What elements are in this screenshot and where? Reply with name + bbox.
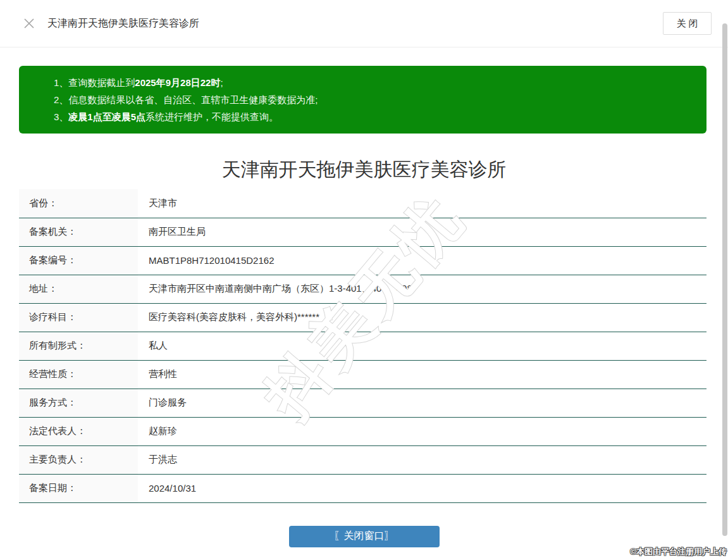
notice-box: 1、查询数据截止到2025年9月28日22时; 2、信息数据结果以各省、自治区、… bbox=[19, 66, 706, 134]
notice-line: 2、信息数据结果以各省、自治区、直辖市卫生健康委数据为准; bbox=[54, 91, 694, 108]
table-row: 所有制形式： 私人 bbox=[19, 332, 706, 360]
table-row: 备案编号： MABT1P8H712010415D2162 bbox=[19, 246, 706, 275]
table-row: 主要负责人： 于洪志 bbox=[19, 445, 706, 474]
scrollbar[interactable] bbox=[722, 23, 727, 536]
close-window-button[interactable]: 〖关闭窗口〗 bbox=[289, 526, 440, 547]
row-label: 服务方式： bbox=[19, 389, 138, 417]
close-icon[interactable] bbox=[23, 18, 35, 29]
row-value: 天津市 bbox=[138, 189, 706, 218]
window-title: 天津南开天拖伊美肤医疗美容诊所 bbox=[47, 17, 199, 30]
row-value: MABT1P8H712010415D2162 bbox=[138, 246, 706, 275]
titlebar: 天津南开天拖伊美肤医疗美容诊所 关 闭 bbox=[0, 0, 728, 47]
page-title: 天津南开天拖伊美肤医疗美容诊所 bbox=[0, 156, 728, 183]
detail-table: 省份： 天津市 备案机关： 南开区卫生局 备案编号： MABT1P8H71201… bbox=[19, 189, 706, 503]
row-label: 备案机关： bbox=[19, 218, 138, 246]
table-row: 诊疗科目： 医疗美容科(美容皮肤科，美容外科)****** bbox=[19, 303, 706, 332]
row-value: 南开区卫生局 bbox=[138, 218, 706, 246]
row-label: 备案日期： bbox=[19, 474, 138, 502]
table-row: 备案机关： 南开区卫生局 bbox=[19, 218, 706, 246]
row-value: 于洪志 bbox=[138, 445, 706, 474]
table-row: 地址： 天津市南开区中南道南侧中南广场（东区）1-3-401、407、408 bbox=[19, 275, 706, 303]
table-row: 备案日期： 2024/10/31 bbox=[19, 474, 706, 502]
row-value: 赵新珍 bbox=[138, 417, 706, 445]
table-row: 法定代表人： 赵新珍 bbox=[19, 417, 706, 445]
row-value: 2024/10/31 bbox=[138, 474, 706, 502]
row-value: 私人 bbox=[138, 332, 706, 360]
row-value: 天津市南开区中南道南侧中南广场（东区）1-3-401、407、408 bbox=[138, 275, 706, 303]
row-label: 诊疗科目： bbox=[19, 303, 138, 332]
table-row: 服务方式： 门诊服务 bbox=[19, 389, 706, 417]
table-row: 经营性质： 营利性 bbox=[19, 360, 706, 389]
row-value: 门诊服务 bbox=[138, 389, 706, 417]
row-value: 营利性 bbox=[138, 360, 706, 389]
close-button[interactable]: 关 闭 bbox=[663, 12, 712, 35]
notice-line: 1、查询数据截止到2025年9月28日22时; bbox=[54, 74, 694, 91]
row-label: 省份： bbox=[19, 189, 138, 218]
row-label: 备案编号： bbox=[19, 246, 138, 275]
row-label: 经营性质： bbox=[19, 360, 138, 389]
row-label: 所有制形式： bbox=[19, 332, 138, 360]
row-label: 法定代表人： bbox=[19, 417, 138, 445]
row-label: 地址： bbox=[19, 275, 138, 303]
table-row: 省份： 天津市 bbox=[19, 189, 706, 218]
row-value: 医疗美容科(美容皮肤科，美容外科)****** bbox=[138, 303, 706, 332]
copyright-stamp: ©本图由平台注册用户上传 bbox=[630, 546, 727, 557]
row-label: 主要负责人： bbox=[19, 445, 138, 474]
notice-line: 3、凌晨1点至凌晨5点系统进行维护，不能提供查询。 bbox=[54, 108, 694, 125]
